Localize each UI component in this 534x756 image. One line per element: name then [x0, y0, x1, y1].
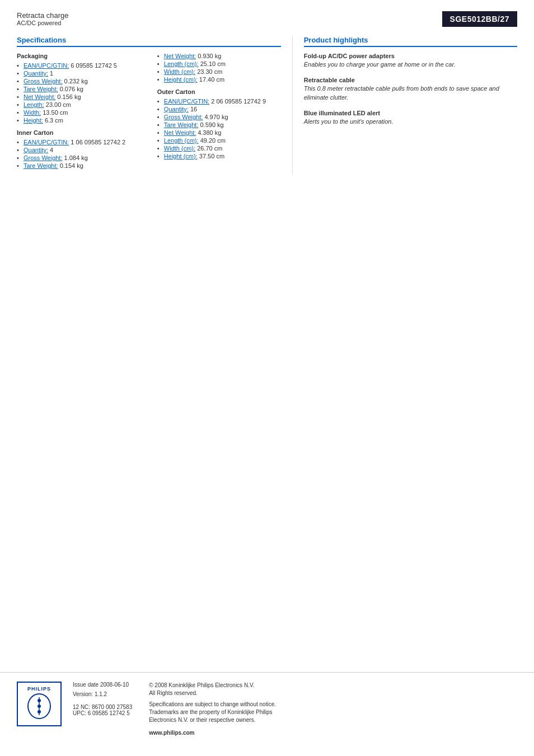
footer-issue: Issue date 2008-06-10: [73, 682, 132, 688]
list-item: Width: 13.50 cm: [17, 109, 140, 116]
spec-label: Height:: [24, 117, 43, 124]
philips-logo: PHILIPS: [17, 682, 62, 726]
product-subtitle: AC/DC powered: [17, 20, 69, 26]
spec-value: 4.970 kg: [204, 114, 228, 120]
list-item: Gross Weight: 0.232 kg: [17, 78, 140, 84]
list-item: Quantity: 1: [17, 70, 140, 77]
spec-value: 17.40 cm: [199, 76, 224, 83]
list-item: EAN/UPC/GTIN: 6 09585 12742 5: [17, 62, 140, 69]
model-badge: SGE5012BB/27: [442, 11, 517, 27]
spec-value: 0.590 kg: [200, 121, 223, 128]
spec-value: 0.076 kg: [60, 86, 83, 92]
content-area: Specifications Packaging EAN/UPC/GTIN: 6…: [17, 36, 517, 175]
footer-copyright: © 2008 Koninklijke Philips Electronics N…: [149, 682, 276, 697]
spec-value: 0.930 kg: [198, 53, 221, 59]
list-item: Tare Weight: 0.590 kg: [157, 121, 281, 128]
product-title-block: Retracta charge AC/DC powered: [17, 11, 69, 26]
spec-value: 13.50 cm: [43, 109, 68, 116]
spec-label: Gross Weight:: [24, 154, 63, 161]
list-item: Length: 23.00 cm: [17, 101, 140, 108]
spec-value: 37.50 cm: [199, 153, 224, 159]
spec-value: 1 06 09585 12742 2: [71, 139, 125, 145]
highlight-desc-3: Alerts you to the unit's operation.: [304, 118, 517, 126]
spec-value: 26.70 cm: [197, 145, 222, 152]
spec-value: 0.232 kg: [64, 78, 88, 84]
spec-value: 0.156 kg: [57, 93, 81, 100]
spec-label: Width (cm):: [164, 68, 195, 75]
spec-value: 0.154 kg: [60, 162, 83, 169]
spec-label: Width:: [24, 109, 41, 116]
header-section: Retracta charge AC/DC powered SGE5012BB/…: [17, 11, 517, 27]
two-col-specs: Packaging EAN/UPC/GTIN: 6 09585 12742 5 …: [17, 53, 281, 175]
spec-value: 4: [50, 147, 53, 153]
spec-value: 23.30 cm: [197, 68, 222, 75]
list-item: Gross Weight: 1.084 kg: [17, 154, 140, 161]
list-item: Tare Weight: 0.154 kg: [17, 162, 140, 169]
list-item: EAN/UPC/GTIN: 1 06 09585 12742 2: [17, 139, 140, 145]
footer-left: Issue date 2008-06-10 Version: 1.1.2 12 …: [73, 682, 132, 736]
spec-label: Length (cm):: [164, 60, 199, 67]
packaging-list: EAN/UPC/GTIN: 6 09585 12742 5 Quantity: …: [17, 62, 140, 124]
spec-label: EAN/UPC/GTIN:: [24, 139, 69, 145]
outer-carton-title: Outer Carton: [157, 88, 281, 95]
spec-value: 6.3 cm: [45, 117, 63, 124]
highlight-item-1: Fold-up AC/DC power adapters Enables you…: [304, 53, 517, 69]
inner-carton-list: EAN/UPC/GTIN: 1 06 09585 12742 2 Quantit…: [17, 139, 140, 169]
spec-label: Height (cm):: [164, 76, 198, 83]
list-item: Net Weight: 0.156 kg: [17, 93, 140, 100]
footer-meta: Issue date 2008-06-10 Version: 1.1.2 12 …: [73, 682, 517, 736]
list-item: Width (cm): 23.30 cm: [157, 68, 281, 75]
inner-carton-title: Inner Carton: [17, 129, 140, 136]
specifications-heading: Specifications: [17, 36, 281, 47]
product-title: Retracta charge: [17, 11, 69, 20]
philips-logo-text: PHILIPS: [27, 686, 51, 692]
spec-value: 4.380 kg: [198, 129, 221, 136]
list-item: Tare Weight: 0.076 kg: [17, 86, 140, 92]
spec-col-right: Net Weight: 0.930 kg Length (cm): 25.10 …: [157, 53, 281, 175]
list-item: Length (cm): 25.10 cm: [157, 60, 281, 67]
left-column: Specifications Packaging EAN/UPC/GTIN: 6…: [17, 36, 292, 175]
list-item: Width (cm): 26.70 cm: [157, 145, 281, 152]
spec-col-left: Packaging EAN/UPC/GTIN: 6 09585 12742 5 …: [17, 53, 140, 175]
spec-label: Tare Weight:: [24, 162, 58, 169]
spec-label: Gross Weight:: [164, 114, 203, 120]
packaging-right-list: Net Weight: 0.930 kg Length (cm): 25.10 …: [157, 53, 281, 83]
spec-value: 6 09585 12742 5: [71, 62, 117, 69]
footer-website[interactable]: www.philips.com: [149, 730, 276, 736]
highlight-desc-2: This 0.8 meter retractable cable pulls f…: [304, 84, 517, 102]
spec-label: Quantity:: [164, 106, 189, 112]
footer: PHILIPS Issue date 2008-06-10 Version: 1…: [0, 672, 534, 745]
highlight-title-1: Fold-up AC/DC power adapters: [304, 53, 517, 59]
footer-version: Version: 1.1.2: [73, 691, 132, 697]
list-item: Net Weight: 4.380 kg: [157, 129, 281, 136]
spec-label: Tare Weight:: [164, 121, 199, 128]
spec-label: Net Weight:: [164, 129, 196, 136]
list-item: Quantity: 16: [157, 106, 281, 112]
spec-label: Length (cm):: [164, 137, 199, 144]
spec-label: Net Weight:: [24, 93, 55, 100]
list-item: EAN/UPC/GTIN: 2 06 09585 12742 9: [157, 98, 281, 105]
list-item: Height (cm): 17.40 cm: [157, 76, 281, 83]
outer-carton-list: EAN/UPC/GTIN: 2 06 09585 12742 9 Quantit…: [157, 98, 281, 159]
spec-value: 16: [190, 106, 197, 112]
list-item: Gross Weight: 4.970 kg: [157, 114, 281, 120]
highlight-item-3: Blue illuminated LED alert Alerts you to…: [304, 110, 517, 126]
spec-label: Length:: [24, 101, 44, 108]
list-item: Net Weight: 0.930 kg: [157, 53, 281, 59]
list-item: Height (cm): 37.50 cm: [157, 153, 281, 159]
right-column: Product highlights Fold-up AC/DC power a…: [292, 36, 517, 175]
spec-value: 2 06 09585 12742 9: [211, 98, 266, 105]
spec-label: Gross Weight:: [24, 78, 63, 84]
spec-label: Quantity:: [24, 70, 48, 77]
spec-value: 25.10 cm: [200, 60, 226, 67]
spec-label: Quantity:: [24, 147, 48, 153]
spec-value: 1: [50, 70, 53, 77]
spec-label: Width (cm):: [164, 145, 195, 152]
footer-upc: UPC: 6 09585 12742 5: [73, 710, 132, 716]
footer-spec-notice: Specifications are subject to change wit…: [149, 701, 276, 724]
list-item: Height: 6.3 cm: [17, 117, 140, 124]
spec-value: 1.084 kg: [64, 154, 88, 161]
highlights-heading: Product highlights: [304, 36, 517, 47]
page: Retracta charge AC/DC powered SGE5012BB/…: [0, 0, 534, 756]
spec-value: 49.20 cm: [200, 137, 226, 144]
